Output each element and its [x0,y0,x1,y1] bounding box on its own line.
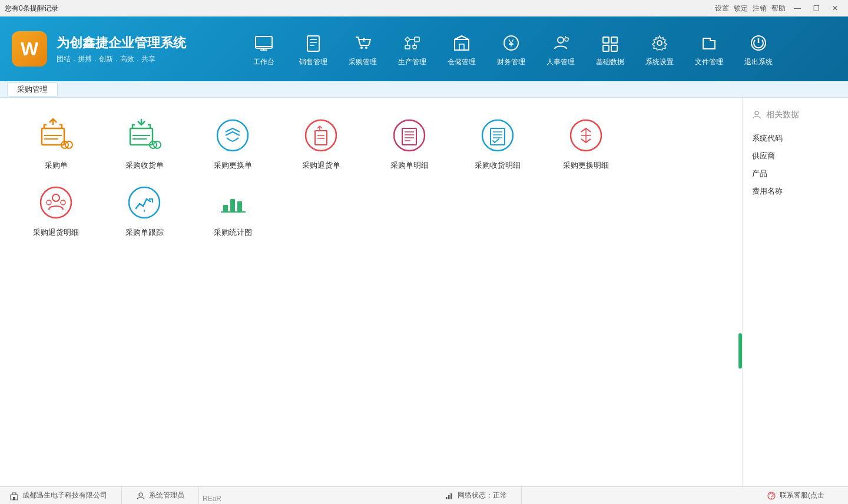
purchase-track-label: 采购单跟踪 [125,227,164,238]
sidebar-link-product[interactable]: 产品 [752,165,839,183]
purchase-chart-label: 采购统计图 [214,227,252,238]
module-purchase-order[interactable]: 采购单 [24,115,88,171]
lock-link[interactable]: 锁定 [733,2,749,14]
title-bar: 您有0条提醒记录 设置 锁定 注销 帮助 — ❐ ✕ [0,0,848,16]
basic-icon [598,31,622,55]
production-icon [400,31,424,55]
svg-point-20 [558,37,564,43]
company-icon [9,491,19,500]
app-title: 为创鑫捷企业管理系统 [57,34,186,52]
scroll-indicator[interactable] [738,333,742,369]
minimize-button[interactable]: — [789,2,806,14]
svg-rect-69 [223,205,228,212]
sidebar-header: 相关数据 [752,110,839,120]
purchase-return-detail-label: 采购退货明细 [33,227,79,238]
rear-text: REaR [200,493,224,504]
nav-workbench-label: 工作台 [253,57,274,67]
svg-rect-27 [611,45,617,51]
sidebar-link-expense[interactable]: 费用名称 [752,183,839,200]
network-icon [445,491,454,500]
purchase-chart-icon [213,183,253,223]
nav-exit[interactable]: 退出系统 [741,31,776,67]
hr-icon [549,31,572,55]
nav-hr[interactable]: 人事管理 [543,31,578,67]
nav-purchase-label: 采购管理 [349,57,377,67]
purchase-receive-label: 采购收货单 [125,160,164,171]
nav-exit-label: 退出系统 [744,57,773,67]
title-bar-text: 您有0条提醒记录 [5,4,714,14]
nav-workbench[interactable]: 工作台 [246,31,281,67]
nav-production[interactable]: 生产管理 [395,31,430,67]
svg-rect-74 [13,497,15,500]
module-purchase-exchange-detail[interactable]: 采购更换明细 [554,115,618,171]
user-name: 系统管理员 [149,490,184,500]
module-purchase-return[interactable]: 采购退货单 [289,115,353,171]
right-sidebar: 相关数据 系统代码 供应商 产品 费用名称 [742,98,848,486]
svg-point-63 [52,194,59,201]
service-text: 联系客服(点击 [780,490,824,500]
svg-rect-11 [415,37,419,42]
nav-purchase[interactable]: 采购管理 [345,31,380,67]
status-service[interactable]: 联系客服(点击 [753,487,839,504]
module-purchase-receive-detail[interactable]: 采购收货明细 [465,115,530,171]
close-button[interactable]: ✕ [827,2,843,14]
logo-text: 为创鑫捷企业管理系统 团结．拼搏．创新．高效．共享 [57,34,186,64]
svg-rect-24 [603,37,609,43]
module-purchase-return-detail[interactable]: 采购退货明细 [24,183,88,238]
purchase-exchange-detail-icon [566,115,606,155]
svg-point-28 [657,41,662,45]
nav-settings[interactable]: 系统设置 [642,31,677,67]
nav-files-label: 文件管理 [695,57,723,67]
purchase-detail-label: 采购单明细 [390,160,429,171]
service-icon [767,491,776,500]
purchase-receive-icon [124,115,164,155]
svg-point-8 [360,47,363,49]
settings-link[interactable]: 设置 [714,2,730,14]
logout-link[interactable]: 注销 [751,2,768,14]
user-icon [136,491,145,500]
related-data-icon [752,110,761,120]
svg-rect-54 [491,128,505,145]
svg-rect-71 [237,201,242,212]
module-purchase-detail[interactable]: 采购单明细 [377,115,442,171]
purchase-return-detail-icon [36,183,76,223]
sidebar-link-sys-code[interactable]: 系统代码 [752,130,839,147]
sidebar-title: 相关数据 [766,110,799,120]
main-nav: 工作台 销售管理 [186,31,836,67]
nav-settings-label: 系统设置 [645,57,674,67]
nav-files[interactable]: 文件管理 [691,31,727,67]
module-grid: 采购单 采购收货单 [0,98,742,486]
svg-point-72 [755,111,758,115]
svg-point-62 [41,187,71,218]
svg-rect-43 [315,131,327,145]
settings-icon [648,31,671,55]
logo-area: W 为创鑫捷企业管理系统 团结．拼搏．创新．高效．共享 [12,31,186,67]
logo-icon: W [12,31,47,67]
module-purchase-exchange[interactable]: 采购更换单 [200,115,265,171]
nav-basic-label: 基础数据 [596,57,624,67]
svg-rect-25 [611,37,617,43]
purchase-receive-detail-label: 采购收货明细 [475,160,521,171]
nav-finance[interactable]: ¥ 财务管理 [493,31,529,67]
svg-point-64 [47,200,51,205]
main-content: 采购单 采购收货单 [0,98,848,486]
purchase-order-icon [36,115,76,155]
module-row-1: 采购单 采购收货单 [24,115,718,171]
network-status: 网络状态：正常 [458,490,507,500]
svg-rect-48 [402,128,416,145]
module-purchase-track[interactable]: 采购单跟踪 [112,183,177,238]
nav-warehouse[interactable]: 仓储管理 [444,31,479,67]
nav-basic[interactable]: 基础数据 [592,31,628,67]
app-subtitle: 团结．拼搏．创新．高效．共享 [57,54,186,64]
finance-icon: ¥ [499,31,523,55]
svg-rect-26 [603,45,609,51]
svg-rect-4 [307,36,319,51]
module-purchase-chart[interactable]: 采购统计图 [200,183,265,238]
module-row-2: 采购退货明细 采购单跟踪 [24,183,718,238]
nav-sales[interactable]: 销售管理 [296,31,331,67]
sidebar-link-supplier[interactable]: 供应商 [752,147,839,165]
purchase-exchange-detail-label: 采购更换明细 [563,160,609,171]
module-purchase-receive[interactable]: 采购收货单 [112,115,177,171]
restore-button[interactable]: ❐ [808,2,824,14]
help-link[interactable]: 帮助 [770,2,787,14]
